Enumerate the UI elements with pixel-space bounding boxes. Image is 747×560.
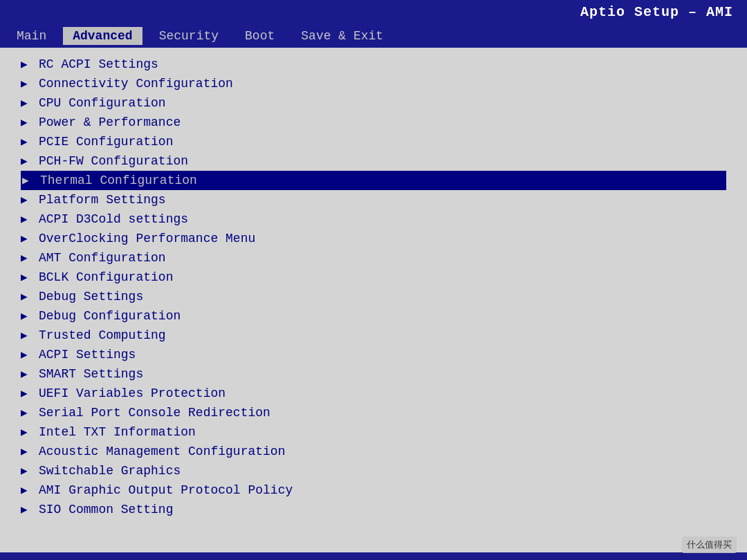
menu-item-label: Debug Configuration <box>39 309 181 323</box>
arrow-icon: ▶ <box>21 464 32 478</box>
menu-item-label: AMI Graphic Output Protocol Policy <box>39 483 293 497</box>
nav-tab-security[interactable]: Security <box>149 27 228 45</box>
arrow-icon: ▶ <box>21 154 32 168</box>
arrow-icon: ▶ <box>21 212 32 226</box>
main-content: ▶RC ACPI Settings▶Connectivity Configura… <box>0 48 747 552</box>
menu-item-label: Connectivity Configuration <box>39 77 233 91</box>
arrow-icon: ▶ <box>21 445 32 458</box>
nav-tab-advanced[interactable]: Advanced <box>63 27 142 45</box>
menu-item-label: Debug Settings <box>39 290 143 304</box>
arrow-icon: ▶ <box>21 425 32 439</box>
bios-screen: Aptio Setup – AMI MainAdvancedSecurityBo… <box>0 0 747 560</box>
menu-item-label: Trusted Computing <box>39 328 166 342</box>
menu-item[interactable]: ▶ACPI Settings <box>21 345 726 364</box>
menu-item[interactable]: ▶AMI Graphic Output Protocol Policy <box>21 480 726 500</box>
arrow-icon: ▶ <box>21 367 32 381</box>
arrow-icon: ▶ <box>21 135 32 149</box>
arrow-icon: ▶ <box>21 386 32 400</box>
menu-item-label: PCIE Configuration <box>39 135 173 149</box>
arrow-icon: ▶ <box>22 174 33 187</box>
arrow-icon: ▶ <box>21 503 32 516</box>
menu-item-label: UEFI Variables Protection <box>39 386 225 400</box>
menu-item-label: CPU Configuration <box>39 96 166 110</box>
arrow-icon: ▶ <box>21 77 32 91</box>
menu-item-label: OverClocking Performance Menu <box>39 232 255 245</box>
arrow-icon: ▶ <box>21 115 32 129</box>
menu-item[interactable]: ▶UEFI Variables Protection <box>21 384 726 403</box>
arrow-icon: ▶ <box>21 309 32 323</box>
menu-item-label: Serial Port Console Redirection <box>39 406 270 420</box>
nav-tab-boot[interactable]: Boot <box>235 27 284 45</box>
menu-item[interactable]: ▶OverClocking Performance Menu <box>21 229 726 248</box>
arrow-icon: ▶ <box>21 270 32 284</box>
menu-item[interactable]: ▶Acoustic Management Configuration <box>21 442 726 461</box>
menu-item[interactable]: ▶Serial Port Console Redirection <box>21 403 726 422</box>
nav-tab-main[interactable]: Main <box>7 27 56 45</box>
arrow-icon: ▶ <box>21 483 32 497</box>
menu-item[interactable]: ▶AMT Configuration <box>21 248 726 268</box>
menu-item-label: ACPI D3Cold settings <box>39 212 188 226</box>
menu-item[interactable]: ▶ACPI D3Cold settings <box>21 209 726 229</box>
bios-title: Aptio Setup – AMI <box>580 4 733 20</box>
watermark: 什么值得买 <box>682 536 737 553</box>
menu-item-label: Platform Settings <box>39 193 166 207</box>
menu-item[interactable]: ▶Intel TXT Information <box>21 422 726 442</box>
arrow-icon: ▶ <box>21 290 32 304</box>
menu-item[interactable]: ▶SMART Settings <box>21 364 726 384</box>
arrow-icon: ▶ <box>21 232 32 245</box>
menu-item-label: Intel TXT Information <box>39 425 196 439</box>
arrow-icon: ▶ <box>21 328 32 342</box>
menu-item[interactable]: ▶Thermal Configuration <box>21 171 726 190</box>
menu-item[interactable]: ▶RC ACPI Settings <box>21 55 726 74</box>
menu-item-label: ACPI Settings <box>39 348 136 362</box>
menu-item[interactable]: ▶Trusted Computing <box>21 326 726 345</box>
menu-item-label: Power & Performance <box>39 115 181 129</box>
menu-item-label: AMT Configuration <box>39 251 166 265</box>
menu-item[interactable]: ▶BCLK Configuration <box>21 268 726 287</box>
top-bar: Aptio Setup – AMI <box>0 0 747 24</box>
menu-item[interactable]: ▶Debug Settings <box>21 287 726 306</box>
menu-item-label: RC ACPI Settings <box>39 57 158 71</box>
arrow-icon: ▶ <box>21 57 32 71</box>
menu-item-label: SIO Common Setting <box>39 503 173 516</box>
menu-item[interactable]: ▶Platform Settings <box>21 190 726 209</box>
menu-item-label: BCLK Configuration <box>39 270 173 284</box>
menu-item-label: PCH-FW Configuration <box>39 154 188 168</box>
menu-item-label: Acoustic Management Configuration <box>39 445 285 458</box>
menu-item-label: Switchable Graphics <box>39 464 181 478</box>
menu-item[interactable]: ▶CPU Configuration <box>21 93 726 113</box>
menu-list: ▶RC ACPI Settings▶Connectivity Configura… <box>21 55 726 519</box>
arrow-icon: ▶ <box>21 251 32 265</box>
menu-item[interactable]: ▶Power & Performance <box>21 113 726 132</box>
menu-item[interactable]: ▶Debug Configuration <box>21 306 726 326</box>
arrow-icon: ▶ <box>21 348 32 362</box>
arrow-icon: ▶ <box>21 193 32 207</box>
menu-item[interactable]: ▶PCH-FW Configuration <box>21 151 726 171</box>
menu-item[interactable]: ▶PCIE Configuration <box>21 132 726 151</box>
nav-tab-save-and-exit[interactable]: Save & Exit <box>291 27 393 45</box>
arrow-icon: ▶ <box>21 96 32 110</box>
menu-item[interactable]: ▶SIO Common Setting <box>21 500 726 519</box>
nav-tabs: MainAdvancedSecurityBootSave & Exit <box>0 24 747 48</box>
menu-item-label: Thermal Configuration <box>40 174 197 187</box>
arrow-icon: ▶ <box>21 406 32 420</box>
menu-item-label: SMART Settings <box>39 367 143 381</box>
menu-item[interactable]: ▶Connectivity Configuration <box>21 74 726 93</box>
menu-item[interactable]: ▶Switchable Graphics <box>21 461 726 480</box>
